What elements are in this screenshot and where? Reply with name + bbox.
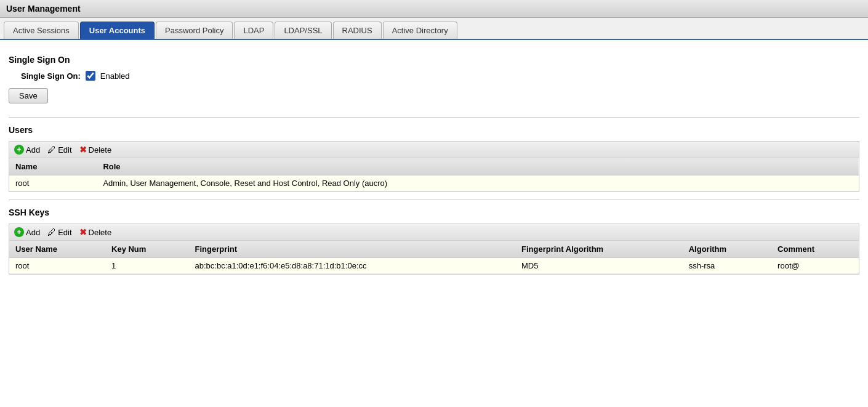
edit-icon: 🖊 bbox=[47, 145, 56, 155]
tab-user-accounts[interactable]: User Accounts bbox=[80, 22, 155, 39]
users-table: Name Role root Admin, User Management, C… bbox=[9, 158, 859, 191]
users-table-header: Name Role bbox=[9, 158, 859, 175]
ssh-delete-icon: ✖ bbox=[79, 227, 87, 237]
users-section-title: Users bbox=[9, 125, 859, 135]
ssh-col-fp-algorithm: Fingerprint Algorithm bbox=[515, 241, 683, 258]
ssh-section-title: SSH Keys bbox=[9, 208, 859, 217]
users-table-row[interactable]: root Admin, User Management, Console, Re… bbox=[9, 175, 859, 191]
users-delete-button[interactable]: ✖ Delete bbox=[79, 145, 112, 155]
tab-active-sessions[interactable]: Active Sessions bbox=[4, 22, 79, 39]
users-edit-button[interactable]: 🖊 Edit bbox=[47, 145, 71, 155]
tab-ldap[interactable]: LDAP bbox=[234, 22, 273, 39]
ssh-edit-label: Edit bbox=[58, 228, 71, 237]
users-edit-label: Edit bbox=[58, 145, 71, 155]
delete-icon: ✖ bbox=[79, 145, 87, 155]
tab-bar: Active Sessions User Accounts Password P… bbox=[0, 18, 868, 40]
tab-active-directory[interactable]: Active Directory bbox=[383, 22, 457, 39]
users-add-label: Add bbox=[26, 145, 40, 155]
ssh-col-username: User Name bbox=[9, 241, 105, 258]
users-col-name: Name bbox=[9, 158, 97, 175]
users-table-container: + Add 🖊 Edit ✖ Delete Name Role bbox=[9, 141, 859, 192]
sso-checkbox[interactable] bbox=[86, 71, 95, 81]
ssh-table-row[interactable]: root 1 ab:bc:bc:a1:0d:e1:f6:04:e5:d8:a8:… bbox=[9, 258, 859, 274]
ssh-table-header: User Name Key Num Fingerprint Fingerprin… bbox=[9, 241, 859, 258]
users-delete-label: Delete bbox=[89, 145, 112, 155]
ssh-col-algorithm: Algorithm bbox=[683, 241, 771, 258]
tab-ldap-ssl[interactable]: LDAP/SSL bbox=[275, 22, 331, 39]
users-toolbar: + Add 🖊 Edit ✖ Delete bbox=[9, 142, 859, 158]
users-row-name: root bbox=[9, 175, 97, 191]
sso-section-title: Single Sign On bbox=[9, 55, 859, 65]
divider-1 bbox=[9, 117, 859, 118]
ssh-add-label: Add bbox=[26, 228, 40, 237]
ssh-row-keynum: 1 bbox=[105, 258, 188, 274]
ssh-toolbar: + Add 🖊 Edit ✖ Delete bbox=[9, 224, 859, 241]
divider-2 bbox=[9, 199, 859, 200]
ssh-row-fingerprint: ab:bc:bc:a1:0d:e1:f6:04:e5:d8:a8:71:1d:b… bbox=[189, 258, 516, 274]
ssh-edit-icon: 🖊 bbox=[47, 227, 56, 237]
ssh-row-algorithm: ssh-rsa bbox=[683, 258, 771, 274]
add-icon: + bbox=[14, 145, 24, 155]
save-button[interactable]: Save bbox=[9, 88, 48, 103]
ssh-add-icon: + bbox=[14, 227, 24, 237]
ssh-edit-button[interactable]: 🖊 Edit bbox=[47, 227, 71, 237]
sso-enabled-text: Enabled bbox=[100, 71, 130, 81]
ssh-col-fingerprint: Fingerprint bbox=[189, 241, 516, 258]
users-row-role: Admin, User Management, Console, Reset a… bbox=[97, 175, 859, 191]
ssh-row-fp-algorithm: MD5 bbox=[515, 258, 683, 274]
ssh-table-container: + Add 🖊 Edit ✖ Delete User Name Key Num … bbox=[9, 224, 859, 275]
sso-label: Single Sign On: bbox=[21, 71, 81, 81]
ssh-col-keynum: Key Num bbox=[105, 241, 188, 258]
ssh-col-comment: Comment bbox=[771, 241, 859, 258]
tab-password-policy[interactable]: Password Policy bbox=[156, 22, 233, 39]
users-col-role: Role bbox=[97, 158, 859, 175]
ssh-table: User Name Key Num Fingerprint Fingerprin… bbox=[9, 241, 859, 274]
page-title: User Management bbox=[0, 0, 868, 18]
tab-radius[interactable]: RADIUS bbox=[333, 22, 382, 39]
users-add-button[interactable]: + Add bbox=[14, 145, 40, 155]
ssh-delete-button[interactable]: ✖ Delete bbox=[79, 227, 112, 237]
main-content: Single Sign On Single Sign On: Enabled S… bbox=[0, 40, 868, 288]
ssh-add-button[interactable]: + Add bbox=[14, 227, 40, 237]
ssh-row-comment: root@ bbox=[771, 258, 859, 274]
ssh-delete-label: Delete bbox=[89, 228, 112, 237]
sso-row: Single Sign On: Enabled bbox=[21, 71, 859, 81]
ssh-row-username: root bbox=[9, 258, 105, 274]
